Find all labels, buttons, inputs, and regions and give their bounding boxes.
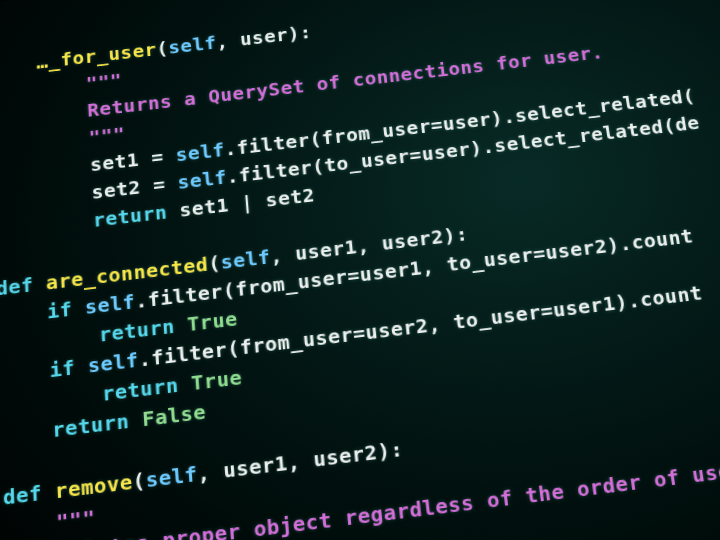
token-slf: self <box>175 139 225 166</box>
token-fn: remove <box>54 469 133 503</box>
token-slf: self <box>177 166 228 194</box>
token-kw: if <box>49 354 88 382</box>
token-str: """ <box>88 123 126 149</box>
code-editor-viewport: …_for_user(self, user): """ Returns a Qu… <box>0 0 720 540</box>
token-bool: True <box>190 365 243 395</box>
token-kw: def <box>0 271 46 300</box>
token-str: """ <box>85 69 122 94</box>
token-slf: self <box>168 32 217 58</box>
token-slf: self <box>87 348 139 378</box>
token-slf: self <box>220 245 271 274</box>
token-slf: self <box>84 290 135 319</box>
token-kw: if <box>47 296 86 324</box>
token-slf: self <box>145 462 198 493</box>
token-bool: True <box>186 307 238 336</box>
token-bool: False <box>141 400 206 432</box>
code-block: …_for_user(self, user): """ Returns a Qu… <box>0 0 720 540</box>
token-str: """ <box>56 505 96 535</box>
token-kw: def <box>2 479 55 510</box>
